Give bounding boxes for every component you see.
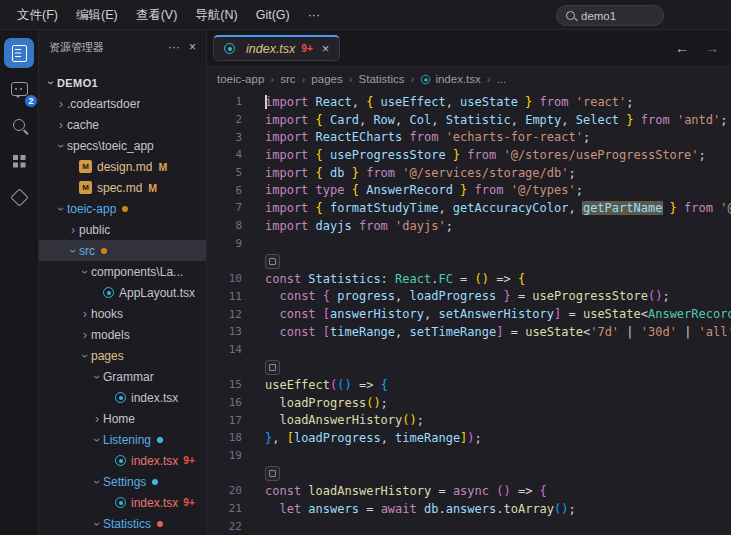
- code-line-content[interactable]: const loadAnswerHistory = async () => {: [259, 484, 731, 498]
- tree-item[interactable]: ›Home: [39, 408, 206, 429]
- activitybar-extensions[interactable]: [4, 146, 34, 176]
- tree-item[interactable]: ›cache: [39, 114, 206, 135]
- menu-item-5[interactable]: ···: [299, 8, 330, 22]
- code-token: import: [265, 130, 316, 144]
- tree-item[interactable]: index.tsx9+: [39, 450, 206, 471]
- code-line-content[interactable]: loadAnswerHistory();: [259, 413, 731, 427]
- tree-root[interactable]: › DEMO1: [39, 72, 206, 93]
- code-editor[interactable]: 1import React, { useEffect, useState } f…: [207, 91, 731, 535]
- code-line-content[interactable]: import dayjs from 'dayjs';: [259, 219, 731, 233]
- code-line-content[interactable]: import { db } from '@/services/storage/d…: [259, 166, 731, 180]
- code-line-content[interactable]: const [answerHistory, setAnswerHistory] …: [259, 307, 731, 321]
- code-token: }: [453, 183, 475, 197]
- tree-item[interactable]: ›Settings: [39, 471, 206, 492]
- activitybar-explorer[interactable]: [4, 38, 34, 68]
- tree-item[interactable]: ›models: [39, 324, 206, 345]
- code-line-content[interactable]: import ReactECharts from 'echarts-for-re…: [259, 130, 731, 144]
- menu-item-4[interactable]: Git(G): [247, 8, 299, 22]
- ai-codelens-icon[interactable]: [265, 466, 280, 481]
- breadcrumb-label: index.tsx: [435, 73, 480, 85]
- menu-item-2[interactable]: 查看(V): [127, 8, 187, 22]
- code-token: (): [475, 272, 489, 286]
- breadcrumb-item[interactable]: src: [280, 73, 295, 85]
- tree-item[interactable]: ›specs\toeic_app: [39, 135, 206, 156]
- tree-item[interactable]: ›Listening: [39, 429, 206, 450]
- tree-item[interactable]: index.tsx: [39, 387, 206, 408]
- activitybar-ai-chat[interactable]: 2: [4, 74, 34, 104]
- code-token: ,: [438, 201, 452, 215]
- close-icon[interactable]: ×: [189, 40, 196, 54]
- activity-bar: 2: [0, 30, 39, 535]
- breadcrumb-item[interactable]: pages: [311, 73, 342, 85]
- tree-item[interactable]: ›pages: [39, 345, 206, 366]
- tree-item[interactable]: index.tsx9+: [39, 492, 206, 513]
- tree-item[interactable]: ›Grammar: [39, 366, 206, 387]
- tree-item[interactable]: AppLayout.tsx: [39, 282, 206, 303]
- line-number: 2: [207, 113, 259, 126]
- ai-codelens-icon[interactable]: [265, 360, 280, 375]
- code-line-content[interactable]: }, [loadProgress, timeRange]);: [259, 431, 731, 445]
- code-line: 9: [207, 235, 731, 253]
- code-line-content[interactable]: const Statistics: React.FC = () => {: [259, 272, 731, 286]
- code-line-content[interactable]: [259, 466, 731, 481]
- code-token: }: [446, 148, 468, 162]
- activitybar-package[interactable]: [4, 182, 34, 212]
- line-number: 8: [207, 219, 259, 232]
- code-token: ,: [431, 113, 445, 127]
- tree-item[interactable]: ›hooks: [39, 303, 206, 324]
- code-token: =: [359, 502, 381, 516]
- breadcrumb-item[interactable]: index.tsx: [420, 73, 480, 85]
- tree-item[interactable]: ›components\La...: [39, 261, 206, 282]
- code-token: loadProgress: [294, 431, 381, 445]
- breadcrumb-item[interactable]: ...: [497, 73, 507, 85]
- code-line-content[interactable]: [259, 254, 731, 269]
- code-token: db: [424, 502, 438, 516]
- code-token: }: [662, 201, 684, 215]
- activitybar-search[interactable]: [4, 110, 34, 140]
- tree-item-label: index.tsx: [131, 496, 178, 510]
- code-token: Row: [373, 113, 395, 127]
- breadcrumb-item[interactable]: toeic-app: [217, 73, 264, 85]
- ai-codelens-icon[interactable]: [265, 254, 280, 269]
- code-line-content[interactable]: let answers = await db.answers.toArray()…: [259, 502, 731, 516]
- tree-item-label: Settings: [103, 475, 146, 489]
- code-line-content[interactable]: const { progress, loadProgress } = usePr…: [259, 289, 731, 303]
- close-icon[interactable]: ×: [322, 41, 330, 56]
- tree-item-label: models: [91, 328, 130, 342]
- code-line: 16 loadProgress();: [207, 394, 731, 412]
- breadcrumb-item[interactable]: Statistics: [359, 73, 405, 85]
- global-search[interactable]: demo1: [556, 5, 664, 26]
- code-line-content[interactable]: useEffect(() => {: [259, 378, 731, 392]
- code-line-content[interactable]: import React, { useEffect, useState } fr…: [259, 95, 731, 110]
- line-number: 18: [207, 431, 259, 444]
- code-line-content[interactable]: import { formatStudyTime, getAccuracyCol…: [259, 201, 731, 215]
- code-token: {: [540, 484, 547, 498]
- back-button[interactable]: ←: [675, 40, 689, 56]
- menu-item-3[interactable]: 导航(N): [186, 8, 246, 22]
- code-line-content[interactable]: const [timeRange, setTimeRange] = useSta…: [259, 325, 731, 339]
- code-token: loadProgress: [279, 396, 366, 410]
- code-line: 3import ReactECharts from 'echarts-for-r…: [207, 128, 731, 146]
- tree-item[interactable]: spec.mdM: [39, 177, 206, 198]
- code-line-content[interactable]: import type { AnswerRecord } from '@/typ…: [259, 183, 731, 197]
- forward-button[interactable]: →: [705, 40, 719, 56]
- more-actions-icon[interactable]: ···: [168, 40, 180, 54]
- tree-item[interactable]: ›toeic-app: [39, 198, 206, 219]
- code-line-content[interactable]: import { useProgressStore } from '@/stor…: [259, 148, 731, 162]
- ai-chat-icon: [11, 82, 28, 96]
- tab-index-tsx[interactable]: index.tsx 9+ ×: [213, 35, 340, 61]
- line-number: 21: [207, 502, 259, 515]
- menu-item-0[interactable]: 文件(F): [8, 8, 67, 22]
- tree-item[interactable]: ›.codeartsdoer: [39, 93, 206, 114]
- code-line-content[interactable]: loadProgress();: [259, 396, 731, 410]
- code-token: await: [381, 502, 424, 516]
- tree-item[interactable]: ›public: [39, 219, 206, 240]
- menu-item-1[interactable]: 编辑(E): [67, 8, 127, 22]
- code-line-content[interactable]: [259, 360, 731, 375]
- code-line-content[interactable]: import { Card, Row, Col, Statistic, Empt…: [259, 113, 731, 127]
- tree-item[interactable]: ›Statistics: [39, 513, 206, 534]
- tree-item[interactable]: ›src: [39, 240, 206, 261]
- tree-item[interactable]: design.mdM: [39, 156, 206, 177]
- code-token: [: [323, 325, 330, 339]
- code-token: [265, 325, 279, 339]
